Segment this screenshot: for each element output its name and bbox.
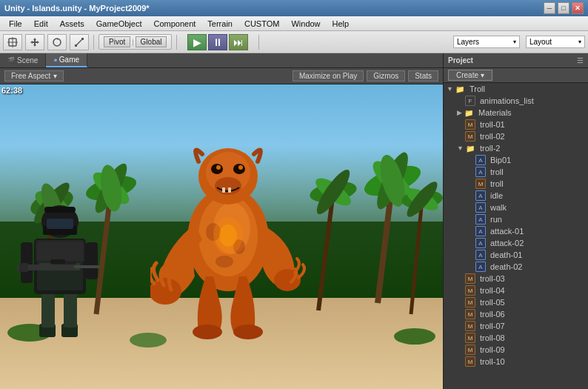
project-panel: Project ☰ Create ▾ ▼📁TrollFanimations_li…: [443, 53, 588, 389]
tree-item-label: attack-01: [490, 227, 524, 236]
tree-item-troll-10[interactable]: Mtroll-10: [444, 356, 588, 368]
create-button[interactable]: Create ▾: [448, 70, 492, 81]
layout-dropdown[interactable]: Layout ▾: [526, 36, 585, 48]
play-button[interactable]: ▶: [187, 34, 207, 50]
svg-point-48: [150, 278, 181, 305]
svg-rect-6: [75, 44, 77, 47]
menu-window[interactable]: Window: [285, 18, 326, 30]
tree-item-bip01[interactable]: ABip01: [444, 154, 588, 166]
svg-point-50: [193, 325, 222, 339]
menu-component[interactable]: Component: [147, 18, 201, 30]
free-aspect-arrow: ▾: [53, 72, 57, 80]
menu-edit[interactable]: Edit: [28, 18, 54, 30]
separator-3: [258, 35, 259, 50]
svg-rect-72: [19, 263, 28, 272]
pivot-button[interactable]: Pivot: [104, 36, 130, 47]
tree-item-troll-01[interactable]: Mtroll-01: [444, 119, 588, 130]
svg-rect-60: [37, 242, 83, 261]
tree-item-label: troll-02: [480, 132, 505, 141]
scale-tool-button[interactable]: [70, 34, 89, 50]
coordinates-display: 62:38: [1, 86, 22, 95]
tree-item-animations-list[interactable]: Fanimations_list: [444, 95, 588, 107]
minimize-button[interactable]: ─: [544, 2, 555, 14]
mesh-icon: M: [465, 345, 475, 355]
tree-item-label: Materials: [478, 108, 512, 117]
create-button-bar: Create ▾: [444, 68, 588, 83]
global-button[interactable]: Global: [136, 36, 167, 47]
tree-item-materials-folder[interactable]: ▶📁Materials: [444, 107, 588, 119]
tree-item-troll-mesh2[interactable]: Mtroll: [444, 178, 588, 190]
hand-tool-button[interactable]: [3, 34, 22, 50]
tree-item-troll-06[interactable]: Mtroll-06: [444, 308, 588, 320]
tree-item-label: attack-02: [490, 239, 524, 247]
anim-icon: A: [475, 155, 486, 165]
layers-dropdown[interactable]: Layers ▾: [453, 36, 520, 48]
layout-dropdown-arrow: ▾: [578, 39, 581, 45]
tree-item-label: Troll: [470, 84, 485, 93]
main-area: 🎬 Scene ● Game Free Aspect ▾ Maximize on…: [0, 53, 588, 389]
game-tab[interactable]: ● Game: [46, 53, 87, 67]
svg-point-42: [216, 165, 221, 170]
tree-item-attack-01[interactable]: Aattack-01: [444, 225, 588, 237]
folder-arrow-icon: ▶: [457, 109, 462, 116]
free-aspect-dropdown[interactable]: Free Aspect ▾: [4, 70, 64, 82]
tree-item-walk[interactable]: Awalk: [444, 202, 588, 213]
title-bar-buttons: ─ □ ✕: [544, 2, 584, 14]
gizmos-button[interactable]: Gizmos: [367, 70, 405, 82]
svg-point-51: [233, 325, 263, 339]
tree-item-label: troll-05: [480, 298, 505, 307]
tree-item-label: troll: [490, 179, 504, 188]
tree-item-attack-02[interactable]: Aattack-02: [444, 237, 588, 249]
maximize-button[interactable]: □: [558, 2, 569, 14]
close-button[interactable]: ✕: [572, 2, 584, 14]
tree-item-label: Bip01: [490, 156, 511, 164]
game-header: Free Aspect ▾ Maximize on Play Gizmos St…: [0, 68, 443, 84]
tree-item-troll-02[interactable]: Mtroll-02: [444, 130, 588, 142]
svg-rect-5: [81, 38, 84, 40]
step-button[interactable]: ⏭: [229, 34, 248, 50]
anim-icon: A: [475, 202, 486, 213]
tree-item-death-01[interactable]: Adeath-01: [444, 249, 588, 261]
separator-2: [176, 35, 177, 50]
tree-item-death-02[interactable]: Adeath-02: [444, 261, 588, 273]
tree-item-troll-2-folder[interactable]: ▼📁troll-2: [444, 142, 588, 154]
menu-gameobject[interactable]: GameObject: [90, 18, 148, 30]
folder-icon: 📁: [464, 107, 474, 118]
menu-terrain[interactable]: Terrain: [201, 18, 238, 30]
scene-tab[interactable]: 🎬 Scene: [0, 53, 46, 67]
troll-creature: [150, 121, 306, 343]
stats-button[interactable]: Stats: [408, 70, 438, 82]
file-tree[interactable]: ▼📁TrollFanimations_list▶📁MaterialsMtroll…: [444, 83, 588, 389]
rotate-tool-button[interactable]: [47, 34, 67, 50]
tree-item-troll-03[interactable]: Mtroll-03: [444, 273, 588, 285]
move-tool-button[interactable]: [25, 34, 44, 50]
maximize-on-play-button[interactable]: Maximize on Play: [293, 70, 364, 82]
menu-file[interactable]: File: [3, 18, 28, 30]
tree-item-troll-09[interactable]: Mtroll-09: [444, 344, 588, 356]
tree-item-idle[interactable]: Aidle: [444, 190, 588, 202]
tree-item-run[interactable]: Arun: [444, 213, 588, 225]
project-panel-title: Project: [448, 56, 473, 64]
anim-icon: A: [475, 214, 486, 225]
soldier-character: [13, 168, 110, 346]
tree-item-label: death-01: [490, 250, 522, 259]
tree-item-troll-05[interactable]: Mtroll-05: [444, 296, 588, 308]
menu-custom[interactable]: CUSTOM: [238, 18, 285, 30]
separator-1: [93, 35, 94, 50]
project-panel-menu[interactable]: ☰: [577, 56, 584, 64]
svg-rect-73: [74, 265, 100, 268]
pause-button[interactable]: ⏸: [208, 34, 227, 50]
tree-item-troll-mesh1[interactable]: Atroll: [444, 166, 588, 178]
tree-item-label: troll-2: [480, 144, 501, 153]
tree-item-troll-07[interactable]: Mtroll-07: [444, 320, 588, 332]
svg-point-53: [219, 225, 237, 247]
menu-help[interactable]: Help: [327, 18, 355, 30]
menu-assets[interactable]: Assets: [54, 18, 90, 30]
mesh-icon: M: [465, 119, 475, 130]
tree-item-troll-08[interactable]: Mtroll-08: [444, 332, 588, 344]
mesh-icon: M: [465, 273, 475, 284]
tree-item-label: troll-10: [480, 357, 505, 366]
tree-item-troll-folder[interactable]: ▼📁Troll: [444, 83, 588, 95]
tree-item-troll-04[interactable]: Mtroll-04: [444, 285, 588, 296]
svg-rect-47: [228, 187, 231, 193]
